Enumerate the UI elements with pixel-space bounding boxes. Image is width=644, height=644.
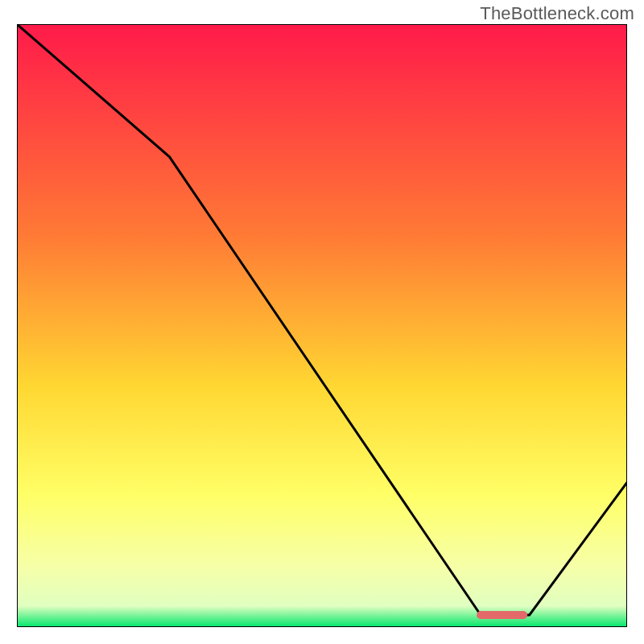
chart-svg <box>17 24 627 627</box>
attribution-label: TheBottleneck.com <box>480 3 634 24</box>
chart-background-gradient <box>17 24 627 627</box>
bottleneck-chart <box>17 24 627 627</box>
